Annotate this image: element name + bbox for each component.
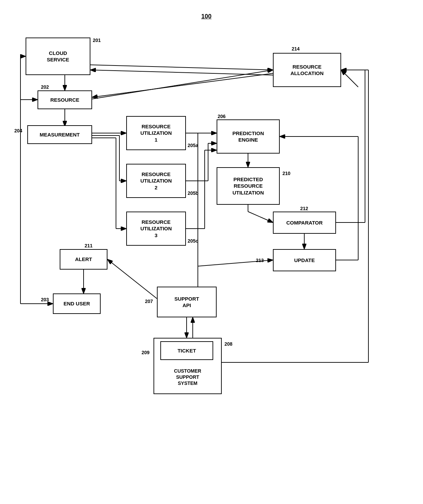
svg-line-5 bbox=[92, 70, 273, 99]
resource-util-3-box: RESOURCE UTILIZATION 3 bbox=[126, 212, 186, 246]
ticket-css-id: 209 bbox=[142, 350, 149, 355]
svg-line-35 bbox=[341, 70, 358, 87]
update-label: UPDATE bbox=[294, 257, 315, 264]
measurement-box: MEASUREMENT bbox=[27, 125, 92, 144]
alert-label: ALERT bbox=[75, 256, 92, 263]
svg-line-28 bbox=[248, 212, 273, 222]
ticket-css-outer-id: 208 bbox=[224, 341, 232, 347]
comparator-box: COMPARATOR bbox=[273, 212, 336, 234]
update-box: UPDATE bbox=[273, 249, 336, 271]
resource-util-1-label: RESOURCE UTILIZATION 1 bbox=[140, 123, 172, 143]
resource-util-3-id: 205c bbox=[188, 238, 198, 244]
svg-line-2 bbox=[90, 65, 273, 70]
end-user-box: END USER bbox=[53, 293, 101, 314]
cloud-service-label: CLOUD SERVICE bbox=[47, 50, 69, 63]
resource-util-2-label: RESOURCE UTILIZATION 2 bbox=[140, 171, 172, 191]
resource-util-2-box: RESOURCE UTILIZATION 2 bbox=[126, 164, 186, 198]
svg-line-3 bbox=[90, 70, 273, 75]
resource-util-1-box: RESOURCE UTILIZATION 1 bbox=[126, 116, 186, 150]
support-api-box: SUPPORT API bbox=[157, 287, 217, 317]
ticket-inner-label: TICKET bbox=[177, 347, 196, 354]
resource-allocation-label: RESOURCE ALLOCATION bbox=[290, 63, 323, 77]
update-id: 213 bbox=[256, 258, 264, 263]
predicted-resource-util-label: PREDICTED RESOURCE UTILIZATION bbox=[232, 176, 264, 196]
ticket-inner-box: TICKET bbox=[160, 341, 213, 360]
alert-box: ALERT bbox=[60, 249, 107, 270]
prediction-engine-label: PREDICTION ENGINE bbox=[232, 130, 264, 143]
comparator-id: 212 bbox=[300, 206, 308, 211]
resource-util-1-id: 205a bbox=[188, 143, 198, 148]
measurement-label: MEASUREMENT bbox=[40, 131, 80, 138]
resource-util-3-label: RESOURCE UTILIZATION 3 bbox=[140, 219, 172, 239]
resource-allocation-id: 214 bbox=[292, 46, 300, 52]
end-user-label: END USER bbox=[63, 300, 90, 307]
svg-line-6 bbox=[92, 73, 273, 97]
prediction-engine-id: 206 bbox=[218, 114, 225, 119]
support-api-id: 207 bbox=[145, 299, 153, 304]
cloud-service-id: 201 bbox=[93, 38, 101, 43]
svg-line-39 bbox=[107, 259, 157, 299]
resource-util-2-id: 205b bbox=[188, 190, 199, 196]
support-api-label: SUPPORT API bbox=[174, 296, 199, 309]
comparator-label: COMPARATOR bbox=[286, 219, 323, 226]
predicted-resource-util-id: 210 bbox=[282, 171, 290, 176]
alert-id: 211 bbox=[85, 243, 92, 248]
predicted-resource-util-box: PREDICTED RESOURCE UTILIZATION bbox=[217, 167, 280, 205]
resource-label: RESOURCE bbox=[50, 97, 79, 103]
cloud-service-box: CLOUD SERVICE bbox=[26, 38, 90, 75]
diagram: 100 bbox=[0, 0, 423, 504]
resource-id: 202 bbox=[41, 84, 49, 90]
end-user-id: 203 bbox=[41, 297, 49, 302]
prediction-engine-box: PREDICTION ENGINE bbox=[217, 119, 280, 154]
resource-box: RESOURCE bbox=[38, 90, 92, 109]
diagram-title: 100 bbox=[201, 13, 212, 20]
measurement-id: 204 bbox=[14, 128, 22, 133]
resource-allocation-box: RESOURCE ALLOCATION bbox=[273, 53, 341, 87]
